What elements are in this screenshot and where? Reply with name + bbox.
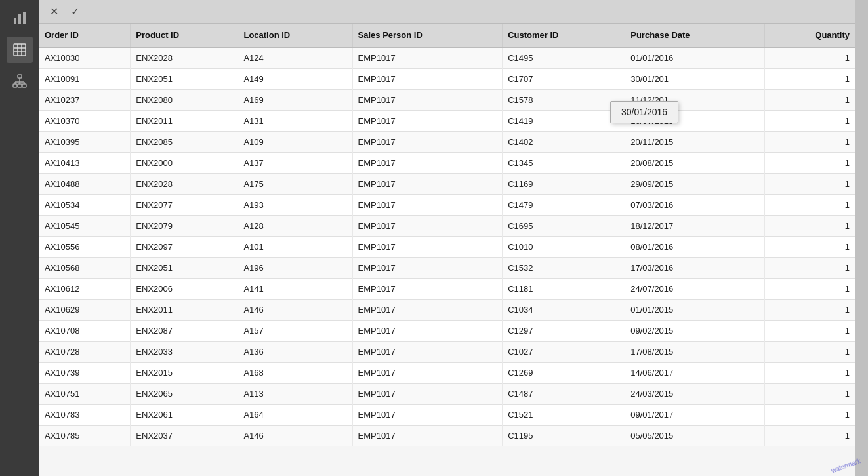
table-cell: 1 [765,195,855,216]
table-cell: C1487 [503,384,625,405]
table-cell: ENX2011 [131,111,238,132]
svg-rect-0 [14,18,16,24]
svg-rect-1 [18,14,21,24]
table-cell: C1521 [503,405,625,426]
table-cell: 1 [765,69,855,90]
table-cell: EMP1017 [352,258,503,279]
table-cell: ENX2011 [131,300,238,321]
col-header-quantity: Quantity [765,24,855,47]
table-row[interactable]: AX10488ENX2028A175EMP1017C116929/09/2015… [39,174,855,195]
svg-rect-11 [22,84,26,87]
col-header-product-id: Product ID [131,24,238,47]
table-cell: C1181 [503,279,625,300]
table-cell: 16/07/2015 [625,111,765,132]
table-cell: ENX2006 [131,279,238,300]
hierarchy-icon[interactable] [7,68,33,94]
table-cell: 20/08/2015 [625,153,765,174]
col-header-location-id: Location ID [238,24,352,47]
table-row[interactable]: AX10568ENX2051A196EMP1017C153217/03/2016… [39,258,855,279]
table-cell: 1 [765,426,855,446]
table-cell: AX10413 [39,153,131,174]
table-cell: EMP1017 [352,47,503,69]
table-cell: A113 [238,384,352,405]
table-cell: AX10545 [39,216,131,237]
table-cell: 20/11/2015 [625,132,765,153]
table-cell: C1169 [503,174,625,195]
table-cell: 1 [765,132,855,153]
table-row[interactable]: AX10751ENX2065A113EMP1017C148724/03/2015… [39,384,855,405]
table-row[interactable]: AX10030ENX2028A124EMP1017C149501/01/2016… [39,47,855,69]
table-cell: EMP1017 [352,300,503,321]
table-cell: C1345 [503,153,625,174]
table-cell: AX10728 [39,342,131,363]
table-row[interactable]: AX10395ENX2085A109EMP1017C140220/11/2015… [39,132,855,153]
right-panel [855,0,868,476]
table-cell: EMP1017 [352,153,503,174]
table-cell: EMP1017 [352,69,503,90]
table-cell: EMP1017 [352,279,503,300]
table-cell: 09/01/2017 [625,405,765,426]
table-row[interactable]: AX10413ENX2000A137EMP1017C134520/08/2015… [39,153,855,174]
table-cell: 1 [765,111,855,132]
table-row[interactable]: AX10370ENX2011A131EMP1017C141916/07/2015… [39,111,855,132]
sidebar [0,0,39,476]
table-cell: EMP1017 [352,174,503,195]
data-table: Order ID Product ID Location ID Sales Pe… [39,24,855,446]
table-cell: EMP1017 [352,90,503,111]
table-cell: A157 [238,321,352,342]
table-cell: ENX2061 [131,405,238,426]
table-cell: 1 [765,258,855,279]
table-cell: A124 [238,47,352,69]
table-cell: 01/01/2015 [625,300,765,321]
table-cell: 05/05/2015 [625,426,765,446]
bar-chart-icon[interactable] [7,5,33,31]
table-row[interactable]: AX10091ENX2051A149EMP1017C170730/01/2011 [39,69,855,90]
table-row[interactable]: AX10556ENX2097A101EMP1017C101008/01/2016… [39,237,855,258]
table-cell: AX10091 [39,69,131,90]
table-cell: ENX2028 [131,174,238,195]
table-row[interactable]: AX10783ENX2061A164EMP1017C152109/01/2017… [39,405,855,426]
table-row[interactable]: AX10545ENX2079A128EMP1017C169518/12/2017… [39,216,855,237]
confirm-button[interactable]: ✓ [66,3,84,21]
table-cell: C1479 [503,195,625,216]
table-grid-icon[interactable] [7,37,33,63]
table-container[interactable]: Order ID Product ID Location ID Sales Pe… [39,24,855,476]
table-cell: 29/09/2015 [625,174,765,195]
table-cell: A164 [238,405,352,426]
table-cell: EMP1017 [352,132,503,153]
table-cell: C1297 [503,321,625,342]
table-row[interactable]: AX10237ENX2080A169EMP1017C157811/12/2011 [39,90,855,111]
table-cell: A146 [238,300,352,321]
table-cell: A169 [238,90,352,111]
table-row[interactable]: AX10612ENX2006A141EMP1017C118124/07/2016… [39,279,855,300]
table-row[interactable]: AX10785ENX2037A146EMP1017C119505/05/2015… [39,426,855,446]
table-cell: ENX2097 [131,237,238,258]
col-header-purchase-date: Purchase Date [625,24,765,47]
table-cell: A146 [238,426,352,446]
table-cell: 1 [765,47,855,69]
table-cell: A196 [238,258,352,279]
table-cell: A109 [238,132,352,153]
table-cell: EMP1017 [352,195,503,216]
svg-rect-10 [18,84,22,87]
table-row[interactable]: AX10534ENX2077A193EMP1017C147907/03/2016… [39,195,855,216]
table-row[interactable]: AX10708ENX2087A157EMP1017C129709/02/2015… [39,321,855,342]
table-cell: 08/01/2016 [625,237,765,258]
table-cell: 1 [765,363,855,384]
table-row[interactable]: AX10629ENX2011A146EMP1017C103401/01/2015… [39,300,855,321]
table-cell: C1402 [503,132,625,153]
table-cell: AX10612 [39,279,131,300]
cancel-button[interactable]: ✕ [45,3,63,21]
table-cell: 17/08/2015 [625,342,765,363]
table-row[interactable]: AX10739ENX2015A168EMP1017C126914/06/2017… [39,363,855,384]
table-cell: ENX2077 [131,195,238,216]
table-cell: 1 [765,174,855,195]
table-cell: C1269 [503,363,625,384]
table-cell: EMP1017 [352,363,503,384]
table-cell: ENX2015 [131,363,238,384]
table-cell: AX10568 [39,258,131,279]
table-row[interactable]: AX10728ENX2033A136EMP1017C102717/08/2015… [39,342,855,363]
table-cell: C1419 [503,111,625,132]
table-cell: 1 [765,216,855,237]
table-cell: AX10739 [39,363,131,384]
